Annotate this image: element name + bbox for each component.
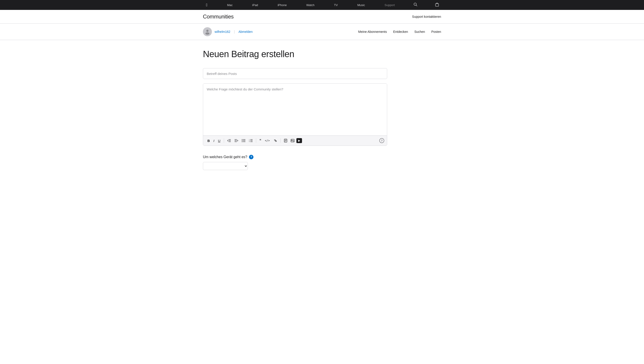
bag-icon[interactable]: [433, 3, 441, 8]
unordered-list-button[interactable]: [240, 138, 247, 143]
user-nav: Meine Abonnements Entdecken Suchen Poste…: [358, 30, 441, 34]
device-section: Um welches Gerät geht es? ?: [203, 155, 441, 170]
avatar: [203, 27, 212, 36]
page-title: Neuen Beitrag erstellen: [203, 49, 441, 59]
svg-point-13: [242, 141, 242, 142]
device-help-icon[interactable]: ?: [249, 155, 254, 159]
svg-point-12: [242, 140, 242, 141]
toolbar-separator-2: [256, 138, 256, 143]
svg-point-11: [242, 139, 242, 140]
nav-item-tv[interactable]: TV: [331, 3, 341, 7]
abmelden-link[interactable]: Abmelden: [238, 30, 252, 34]
video-button[interactable]: ▶: [296, 138, 302, 143]
ordered-list-button[interactable]: 1. 2. 3.: [248, 138, 254, 143]
svg-point-3: [206, 30, 208, 32]
code-button[interactable]: </>: [263, 138, 272, 143]
bold-button[interactable]: B: [206, 138, 212, 144]
svg-point-4: [206, 32, 210, 35]
nav-item-iphone[interactable]: iPhone: [274, 3, 290, 7]
indent-button[interactable]: [233, 138, 240, 143]
device-dropdown[interactable]: [203, 162, 248, 170]
main-content: Neuen Beitrag erstellen B I U: [198, 40, 446, 184]
body-textarea[interactable]: [203, 84, 387, 135]
underline-button[interactable]: U: [216, 138, 222, 144]
italic-button[interactable]: I: [212, 138, 216, 144]
communities-header: Communities Support kontaktieren: [0, 10, 644, 24]
suchen-link[interactable]: Suchen: [414, 30, 425, 34]
editor-box: B I U: [203, 83, 387, 146]
nav-item-music[interactable]: Music: [354, 3, 368, 7]
toolbar-separator-1: [224, 138, 224, 143]
svg-line-1: [416, 5, 417, 6]
editor-toolbar: B I U: [203, 135, 387, 145]
meine-abonnements-link[interactable]: Meine Abonnements: [358, 30, 387, 34]
top-navigation:  Mac iPad iPhone Watch TV Music Support: [0, 0, 644, 10]
nav-item-support[interactable]: Support: [381, 3, 398, 7]
device-label-text: Um welches Gerät geht es?: [203, 155, 247, 159]
outdent-button[interactable]: [226, 138, 232, 143]
nav-item-ipad[interactable]: iPad: [249, 3, 261, 7]
nav-item-mac[interactable]: Mac: [224, 3, 236, 7]
user-bar: wilhelm162 | Abmelden Meine Abonnements …: [0, 24, 644, 40]
user-separator: |: [234, 30, 235, 34]
nav-item-watch[interactable]: Watch: [303, 3, 318, 7]
image-button[interactable]: [289, 138, 296, 143]
user-info: wilhelm162 | Abmelden: [203, 27, 252, 36]
document-button[interactable]: [282, 138, 289, 143]
toolbar-help-icon[interactable]: ?: [379, 138, 384, 143]
svg-text:3.: 3.: [249, 141, 250, 142]
entdecken-link[interactable]: Entdecken: [393, 30, 408, 34]
svg-rect-2: [436, 4, 438, 6]
posten-link[interactable]: Posten: [431, 30, 441, 34]
blockquote-button[interactable]: “: [258, 137, 263, 144]
subject-input[interactable]: [203, 68, 387, 79]
apple-logo-icon[interactable]: : [203, 3, 211, 8]
communities-title: Communities: [203, 14, 234, 20]
toolbar-separator-3: [280, 138, 281, 143]
support-kontaktieren-link[interactable]: Support kontaktieren: [412, 15, 441, 19]
link-button[interactable]: [272, 138, 279, 143]
username-link[interactable]: wilhelm162: [214, 30, 230, 34]
search-icon[interactable]: [411, 3, 420, 8]
